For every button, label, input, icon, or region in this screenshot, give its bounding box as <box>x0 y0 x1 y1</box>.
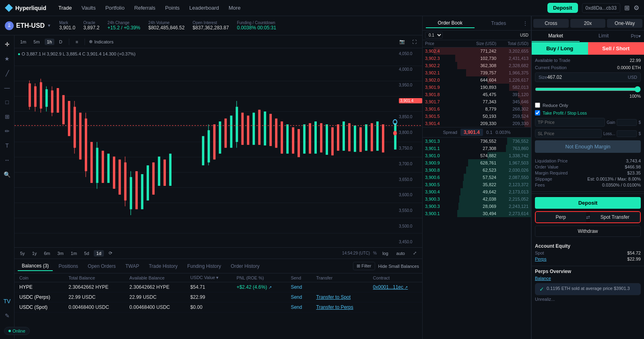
tab-twap[interactable]: TWAP <box>121 262 143 271</box>
loss-input[interactable] <box>617 130 637 137</box>
ask-row[interactable]: 3,901.7 77,343 345,646 <box>423 98 531 105</box>
shape-tool[interactable]: □ <box>2 97 13 108</box>
nav-portfolio[interactable]: Portfolio <box>101 3 129 12</box>
nav-points[interactable]: Points <box>161 3 184 12</box>
filter-button[interactable]: ⊞ Filter <box>353 262 375 270</box>
buy-long-button[interactable]: Buy / Long <box>532 42 588 55</box>
reduce-only-checkbox[interactable] <box>535 103 540 108</box>
hide-small-balances-btn[interactable]: Hide Small Balances <box>378 264 419 269</box>
text-tool[interactable]: T <box>2 140 13 151</box>
ask-row[interactable]: 3,901.9 190,893 582,013 <box>423 84 531 91</box>
bid-row[interactable]: 3,900.9 628,761 1,967,503 <box>423 159 531 166</box>
zoom-tool[interactable]: 🔍 <box>2 169 13 180</box>
perp-button[interactable]: Perp <box>536 212 586 222</box>
withdraw-button[interactable]: Withdraw <box>535 226 641 237</box>
deposit-full-button[interactable]: Deposit <box>535 197 641 209</box>
logo[interactable]: Hyperliquid <box>5 4 46 12</box>
size-input[interactable] <box>547 74 627 80</box>
bid-row[interactable]: 3,900.3 42,038 2,215,052 <box>423 195 531 203</box>
deposit-button[interactable]: Deposit <box>547 3 578 13</box>
bid-row[interactable]: 3,901.0 574,882 1,338,742 <box>423 152 531 159</box>
send-hype[interactable]: Send <box>291 284 302 290</box>
contract-hype[interactable]: 0x0001...11ec ↗ <box>373 284 408 290</box>
bid-row[interactable]: 3,900.8 62,523 2,030,026 <box>423 166 531 174</box>
wallet-address[interactable]: 0xd8Da...cb33 <box>582 3 620 13</box>
nav-leaderboard[interactable]: Leaderboard <box>185 3 223 12</box>
orderbook-menu[interactable]: ⋮ <box>523 21 528 26</box>
tp-sl-checkbox[interactable] <box>535 110 540 115</box>
symbol-dropdown-icon[interactable]: ▼ <box>47 23 51 28</box>
timeframe-1m[interactable]: 1m <box>18 39 29 45</box>
mode-limit[interactable]: Limit <box>580 31 627 42</box>
nav-more[interactable]: More <box>225 3 245 12</box>
fullscreen-btn[interactable]: ⛶ <box>410 39 419 45</box>
ask-row[interactable]: 3,902.1 739,757 1,966,375 <box>423 69 531 76</box>
star-icon[interactable]: ★ <box>2 53 13 64</box>
period-5d[interactable]: 5d <box>82 250 91 257</box>
tab-open-orders[interactable]: Open Orders <box>84 262 120 271</box>
period-6m[interactable]: 6m <box>41 250 52 257</box>
oneway-button[interactable]: One-Way <box>607 19 642 28</box>
send-usdc-spot[interactable]: Send <box>291 304 302 310</box>
fib-tool[interactable]: ⊞ <box>2 111 13 122</box>
nav-trade[interactable]: Trade <box>54 3 76 12</box>
ask-row[interactable]: 3,902.3 102,730 2,431,413 <box>423 55 531 62</box>
history-icon[interactable]: ⟳ <box>106 250 115 257</box>
bid-row[interactable]: 3,900.5 35,822 2,123,372 <box>423 181 531 188</box>
timeframe-1h[interactable]: 1h <box>45 39 54 45</box>
transfer-to-spot[interactable]: Transfer to Spot <box>316 294 351 300</box>
bid-row[interactable]: 3,901.3 736,552 736,552 <box>423 138 531 145</box>
ask-row[interactable]: 3,902.4 771,242 3,202,655 <box>423 47 531 55</box>
tab-funding-history[interactable]: Funding History <box>183 262 225 271</box>
period-5y[interactable]: 5y <box>18 250 27 257</box>
symbol-name[interactable]: Ξ ETH-USD ▼ <box>5 21 51 30</box>
col-usdc[interactable]: USDC Value ▾ <box>186 273 232 282</box>
edit-tool[interactable]: ✎ <box>2 310 13 321</box>
send-usdc-perps[interactable]: Send <box>291 294 302 300</box>
brush-tool[interactable]: ✏ <box>2 125 13 137</box>
tp-price-input[interactable] <box>535 118 605 127</box>
ask-row[interactable]: 3,902.0 644,604 1,226,617 <box>423 76 531 84</box>
chart-area[interactable]: ● O 3,887.1 H 3,902.9 L 3,885.4 C 3,901.… <box>14 48 422 247</box>
horizontal-line-tool[interactable]: — <box>2 82 13 93</box>
ask-row[interactable]: 3,902.2 362,308 2,328,682 <box>423 62 531 69</box>
tab-balances[interactable]: Balances (3) <box>18 261 53 271</box>
measure-tool[interactable]: ↔ <box>2 154 13 166</box>
bid-row[interactable]: 3,900.4 49,642 2,173,013 <box>423 188 531 195</box>
tab-trades[interactable]: Trades <box>475 19 523 28</box>
nav-vaults[interactable]: Vaults <box>78 3 100 12</box>
ask-row[interactable]: 3,901.5 50,193 259,524 <box>423 113 531 120</box>
bid-row[interactable]: 3,901.1 27,308 763,860 <box>423 145 531 152</box>
bid-row[interactable]: 3,900.1 30,494 2,273,614 <box>423 210 531 217</box>
orderbook-filter-select[interactable]: 0.1 0.5 1.0 <box>425 32 443 39</box>
cross-button[interactable]: Cross <box>533 19 569 28</box>
tab-positions[interactable]: Positions <box>54 262 82 271</box>
period-1y[interactable]: 1y <box>30 250 39 257</box>
nav-referrals[interactable]: Referrals <box>130 3 159 12</box>
bid-row[interactable]: 3,900.6 57,524 2,087,550 <box>423 174 531 181</box>
ask-row[interactable]: 3,901.6 8,779 268,302 <box>423 105 531 113</box>
transfer-to-perps[interactable]: Transfer to Perps <box>316 304 353 310</box>
settings-icon[interactable]: ⚙ <box>634 4 639 12</box>
perps-equity-link[interactable]: Perps <box>535 257 547 261</box>
ask-row[interactable]: 3,901.4 209,330 209,330 <box>423 120 531 127</box>
period-3m[interactable]: 3m <box>55 250 66 257</box>
chart-type-btn[interactable]: ≡ <box>73 39 80 45</box>
sell-short-button[interactable]: Sell / Short <box>588 42 644 55</box>
gain-input[interactable] <box>617 119 637 126</box>
expand-icon[interactable]: ⤢ <box>411 250 419 257</box>
spot-transfer-button[interactable]: Spot Transfer <box>590 212 640 222</box>
auto-btn[interactable]: auto <box>394 250 407 257</box>
size-slider[interactable] <box>535 86 641 92</box>
period-1d[interactable]: 1d <box>94 250 103 257</box>
timeframe-D[interactable]: D <box>57 39 65 45</box>
sl-price-input[interactable] <box>535 129 602 138</box>
tab-order-history[interactable]: Order History <box>227 262 263 271</box>
mode-market[interactable]: Market <box>532 31 580 42</box>
indicators-button[interactable]: ⊕ ETHUSD · 1h · Hyperliquid Indicators <box>89 39 114 44</box>
leverage-button[interactable]: 20x <box>570 19 606 28</box>
period-1m[interactable]: 1m <box>68 250 79 257</box>
trend-line-tool[interactable]: ╱ <box>2 68 13 79</box>
balance-link[interactable]: Balance <box>535 276 551 281</box>
monitor-icon[interactable]: ⊞ <box>624 4 630 12</box>
